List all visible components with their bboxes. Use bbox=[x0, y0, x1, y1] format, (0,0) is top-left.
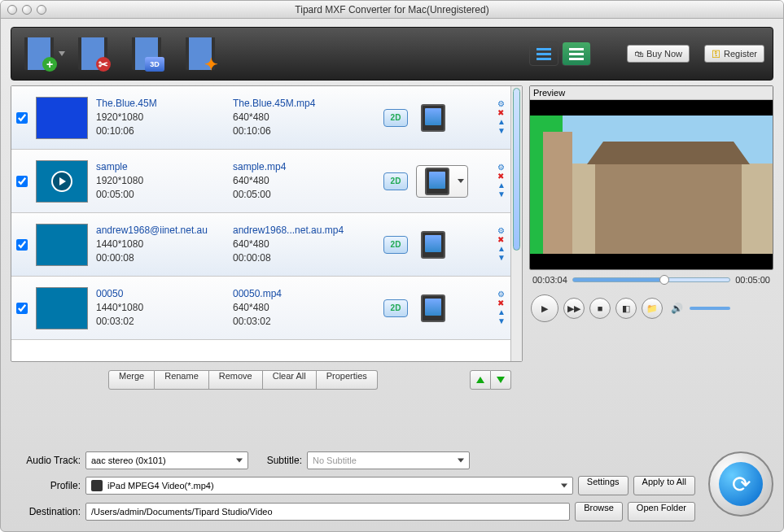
delete-icon[interactable]: ✖ bbox=[497, 299, 506, 307]
browse-button[interactable]: Browse bbox=[575, 502, 623, 521]
arrow-down-icon bbox=[497, 377, 505, 383]
row-checkbox[interactable] bbox=[16, 303, 28, 314]
row-checkbox[interactable] bbox=[16, 112, 28, 124]
device-select[interactable] bbox=[416, 165, 468, 198]
ipad-icon bbox=[421, 231, 445, 259]
stop-button[interactable]: ■ bbox=[589, 298, 611, 319]
table-row[interactable]: andrew1968@iinet.net.au1440*108000:00:08… bbox=[11, 213, 510, 277]
settings-button[interactable]: Settings bbox=[578, 476, 629, 495]
buy-now-button[interactable]: 🛍Buy Now bbox=[627, 45, 690, 63]
minimize-icon[interactable] bbox=[22, 5, 32, 15]
gear-icon[interactable]: ⚙ bbox=[497, 290, 506, 299]
arrow-up-icon[interactable]: ▲ bbox=[497, 308, 506, 316]
ipad-icon bbox=[421, 104, 445, 132]
trim-button[interactable]: ✂ bbox=[73, 34, 112, 73]
delete-icon[interactable]: ✖ bbox=[497, 172, 506, 181]
arrow-down-icon[interactable]: ▼ bbox=[497, 127, 506, 135]
volume-slider[interactable] bbox=[690, 307, 730, 310]
play-button[interactable]: ▶ bbox=[531, 294, 558, 322]
output-info: 00050.mp4640*48000:03:02 bbox=[233, 287, 375, 328]
merge-button[interactable]: Merge bbox=[108, 370, 155, 390]
scissors-icon: ✂ bbox=[96, 57, 111, 72]
destination-input[interactable]: /Users/admin/Documents/Tipard Studio/Vid… bbox=[85, 503, 570, 521]
source-info: 000501440*108000:03:02 bbox=[96, 287, 225, 328]
two-d-badge[interactable]: 2D bbox=[383, 299, 408, 317]
thumbnail[interactable] bbox=[36, 97, 88, 139]
gear-icon[interactable]: ⚙ bbox=[497, 227, 506, 235]
table-row[interactable]: The.Blue.45M1920*108000:10:06 The.Blue.4… bbox=[11, 86, 510, 150]
preview-video[interactable] bbox=[530, 100, 773, 269]
preview-title: Preview bbox=[530, 86, 773, 100]
gear-icon[interactable]: ⚙ bbox=[497, 100, 506, 108]
arrow-down-icon[interactable]: ▼ bbox=[497, 254, 506, 262]
edit-button[interactable]: ✦ bbox=[181, 34, 220, 73]
properties-button[interactable]: Properties bbox=[317, 370, 378, 390]
delete-icon[interactable]: ✖ bbox=[497, 109, 506, 117]
close-icon[interactable] bbox=[7, 5, 17, 15]
arrow-up-icon bbox=[476, 377, 484, 383]
ipad-icon bbox=[425, 168, 449, 195]
row-checkbox[interactable] bbox=[16, 176, 28, 187]
output-info: sample.mp4640*48000:05:00 bbox=[233, 160, 375, 201]
delete-icon[interactable]: ✖ bbox=[497, 236, 506, 244]
apply-to-all-button[interactable]: Apply to All bbox=[633, 476, 695, 495]
rename-button[interactable]: Rename bbox=[155, 370, 209, 390]
subtitle-select[interactable]: No Subtitle bbox=[307, 451, 470, 469]
volume-icon[interactable]: 🔊 bbox=[671, 303, 683, 314]
move-up-button[interactable] bbox=[470, 370, 491, 390]
scrollbar[interactable] bbox=[510, 86, 522, 361]
preview-panel: Preview bbox=[529, 85, 773, 270]
ipad-icon bbox=[91, 480, 103, 491]
arrow-up-icon[interactable]: ▲ bbox=[497, 118, 506, 126]
profile-label: Profile: bbox=[11, 480, 81, 491]
cart-icon: 🛍 bbox=[634, 49, 643, 59]
arrow-up-icon[interactable]: ▲ bbox=[497, 245, 506, 253]
subtitle-label: Subtitle: bbox=[253, 455, 302, 466]
snapshot-button[interactable]: ◧ bbox=[615, 298, 637, 319]
three-d-icon: 3D bbox=[145, 57, 164, 72]
sync-icon: ⟳ bbox=[719, 462, 763, 506]
arrow-down-icon[interactable]: ▼ bbox=[497, 317, 506, 325]
table-row[interactable]: sample1920*108000:05:00 sample.mp4640*48… bbox=[11, 150, 510, 213]
preview-duration: 00:05:00 bbox=[735, 275, 770, 285]
detail-view-button[interactable] bbox=[562, 41, 591, 66]
convert-button[interactable]: ⟳ bbox=[708, 451, 773, 517]
thumbnail[interactable] bbox=[36, 160, 88, 203]
two-d-badge[interactable]: 2D bbox=[383, 236, 408, 254]
arrow-up-icon[interactable]: ▲ bbox=[497, 181, 506, 190]
preview-position: 00:03:04 bbox=[532, 275, 567, 285]
register-button[interactable]: ⚿Register bbox=[704, 45, 764, 63]
main-toolbar: + ✂ 3D ✦ 🛍Buy Now ⚿Register bbox=[11, 27, 773, 81]
window-title: Tipard MXF Converter for Mac(Unregistere… bbox=[295, 4, 488, 15]
clear-all-button[interactable]: Clear All bbox=[263, 370, 317, 390]
add-file-button[interactable]: + bbox=[20, 34, 59, 73]
two-d-badge[interactable]: 2D bbox=[383, 109, 408, 127]
next-button[interactable]: ▶▶ bbox=[563, 298, 585, 319]
remove-button[interactable]: Remove bbox=[209, 370, 263, 390]
move-down-button[interactable] bbox=[491, 370, 511, 390]
two-d-badge[interactable]: 2D bbox=[383, 172, 408, 190]
thumbnail[interactable] bbox=[36, 224, 88, 266]
output-info: The.Blue.45M.mp4640*48000:10:06 bbox=[233, 97, 375, 137]
source-info: The.Blue.45M1920*108000:10:06 bbox=[96, 97, 225, 137]
ipad-icon bbox=[421, 294, 445, 322]
output-info: andrew1968...net.au.mp4640*48000:00:08 bbox=[233, 224, 375, 264]
thumbnail[interactable] bbox=[36, 287, 88, 329]
open-snapshot-folder-button[interactable]: 📁 bbox=[642, 298, 663, 319]
zoom-icon[interactable] bbox=[37, 5, 46, 15]
audio-track-select[interactable]: aac stereo (0x101) bbox=[85, 451, 248, 469]
row-checkbox[interactable] bbox=[16, 239, 28, 251]
gear-icon[interactable]: ⚙ bbox=[497, 164, 506, 172]
destination-label: Destination: bbox=[11, 506, 81, 517]
seek-slider[interactable] bbox=[572, 277, 730, 282]
file-list: The.Blue.45M1920*108000:10:06 The.Blue.4… bbox=[11, 85, 523, 362]
three-d-button[interactable]: 3D bbox=[127, 34, 166, 73]
key-icon: ⚿ bbox=[712, 49, 720, 59]
arrow-down-icon[interactable]: ▼ bbox=[497, 190, 506, 198]
profile-select[interactable]: iPad MPEG4 Video(*.mp4) bbox=[85, 477, 573, 495]
source-info: andrew1968@iinet.net.au1440*108000:00:08 bbox=[96, 224, 225, 264]
chevron-down-icon[interactable] bbox=[59, 51, 65, 56]
table-row[interactable]: 000501440*108000:03:02 00050.mp4640*4800… bbox=[11, 277, 510, 340]
list-view-button[interactable] bbox=[529, 41, 558, 66]
open-folder-button[interactable]: Open Folder bbox=[628, 502, 695, 521]
